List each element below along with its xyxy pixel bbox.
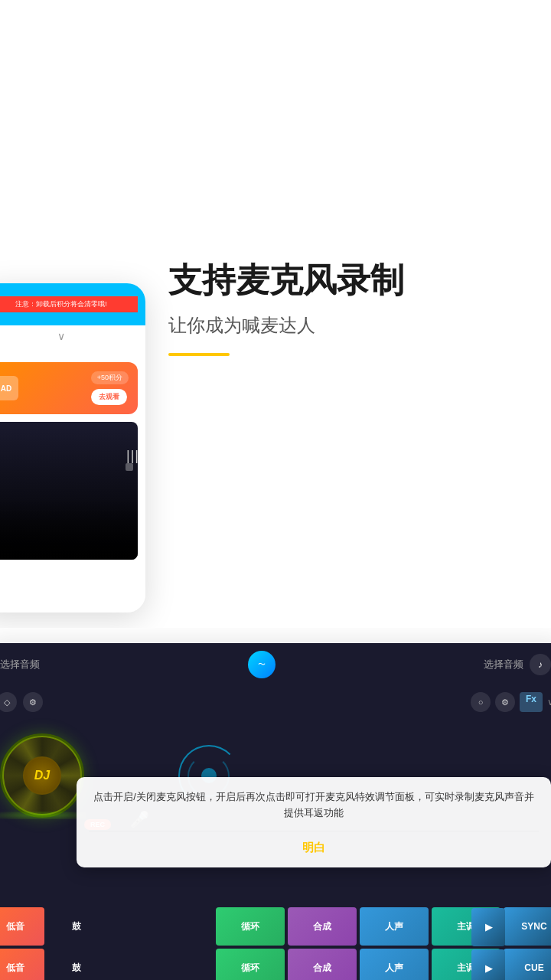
clock-icon[interactable]: ○ [471,692,491,712]
dj-left-buttons: 低音 鼓 低音 鼓 [0,907,107,980]
bottom-section: 选择音频 〜 选择音频 ♪ ◇ ⚙ ○ [0,628,551,980]
vinyl-left: DJ [0,733,84,818]
dj-header: 选择音频 〜 选择音频 ♪ [0,643,551,686]
ad-watch-button[interactable]: 去观看 [91,389,127,405]
drum-button-1[interactable]: 鼓 [47,907,106,946]
dj-right-buttons: 循环 合成 人声 主调 SYNC [214,907,551,980]
left-btn-row-2: 低音 鼓 [0,949,107,980]
vocal-button-1[interactable]: 人声 [360,907,429,946]
phone-top-bar: 注意：卸载后积分将会清零哦! [0,283,145,325]
chevron-down-icon: ∨ [547,692,551,712]
top-section: 支持麦克风录制 让你成为喊麦达人 注意：卸载后积分将会清零哦! ∨ AD [0,0,551,628]
dj-logo: 〜 [248,651,276,678]
tooltip-popup: 点击开启/关闭麦克风按钮，开启后再次点击即可打开麦克风特效调节面板，可实时录制麦… [77,777,551,867]
sync-button[interactable]: SYNC [504,907,551,946]
left-btn-row-1: 低音 鼓 [0,907,107,946]
vinyl-outer-ring [2,736,82,815]
main-title: 支持麦克风录制 [168,260,520,301]
cue-button[interactable]: CUE [504,949,551,980]
ad-icon: AD [0,376,18,400]
tooltip-ok-button[interactable]: 明白 [89,841,539,855]
synth-button-1[interactable]: 合成 [288,907,357,946]
synth-button-2[interactable]: 合成 [288,949,357,980]
loop-button-2[interactable]: 循环 [216,949,285,980]
drum-button-2[interactable]: 鼓 [47,949,106,980]
bass-button-1[interactable]: 低音 [0,907,44,946]
fx-button[interactable]: Fx [520,692,543,712]
play-button-2[interactable]: ▶ [471,949,505,981]
ad-card: AD +50积分 去观看 [0,362,138,414]
ui-button-small [126,463,133,471]
gear-icon[interactable]: ⚙ [23,692,43,712]
dj-phone-mockup: 选择音频 〜 选择音频 ♪ ◇ ⚙ ○ [0,643,551,980]
text-content-area: 支持麦克风录制 让你成为喊麦达人 [168,260,520,356]
resize-handle: ||| [126,448,139,464]
equalizer-icon[interactable]: ⚙ [495,692,515,712]
diamond-icon[interactable]: ◇ [0,692,17,712]
right-control-icons: ○ ⚙ Fx ∨ [471,692,551,712]
ad-label: AD [1,384,11,393]
tooltip-divider [89,831,539,831]
phone-screen: 注意：卸载后积分将会清零哦! ∨ AD +50积分 去观看 [0,283,145,612]
header-right-text: 选择音频 [484,658,523,671]
phone-content: AD +50积分 去观看 [0,347,145,575]
ad-points: +50积分 [91,371,129,384]
vocal-button-2[interactable]: 人声 [360,949,429,980]
audience-area [0,422,138,560]
bass-button-2[interactable]: 低音 [0,949,44,980]
play-button-1[interactable]: ▶ [471,908,505,946]
crowd-silhouette [0,498,138,560]
phone-mockup-1: 注意：卸载后积分将会清零哦! ∨ AD +50积分 去观看 [0,283,145,612]
dj-screen: 选择音频 〜 选择音频 ♪ ◇ ⚙ ○ [0,643,551,980]
tooltip-text: 点击开启/关闭麦克风按钮，开启后再次点击即可打开麦克风特效调节面板，可实时录制麦… [89,789,539,822]
vinyl-glow [0,812,86,819]
yellow-divider [168,353,230,356]
warning-banner: 注意：卸载后积分将会清零哦! [0,296,138,312]
dj-controls: ◇ ⚙ ○ ⚙ Fx ∨ [0,686,551,718]
header-left-text: 选择音频 [0,658,40,671]
loop-button-1[interactable]: 循环 [216,907,285,946]
sub-title: 让你成为喊麦达人 [168,313,520,338]
waveform-icon: 〜 [258,659,266,670]
settings-icons: ◇ ⚙ [0,692,463,712]
music-note-icon[interactable]: ♪ [530,654,551,675]
dropdown-arrow: ∨ [0,325,145,347]
